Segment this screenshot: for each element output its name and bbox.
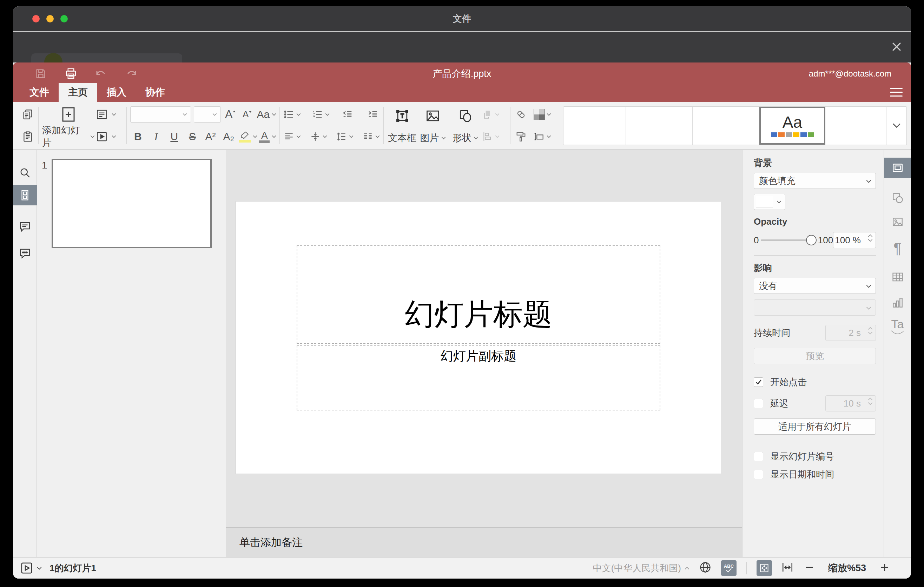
columns-icon[interactable] [362, 127, 380, 146]
paint-roller-icon[interactable] [514, 127, 528, 146]
image-button[interactable]: 图片 [420, 132, 446, 144]
underline-icon[interactable]: U [167, 127, 182, 146]
preview-button[interactable]: 预览 [754, 348, 876, 364]
chat-icon[interactable] [13, 243, 37, 264]
slide-page[interactable]: 幻灯片标题 幻灯片副标题 [236, 201, 721, 473]
paragraph-settings-icon[interactable]: ¶ [884, 238, 911, 258]
image-icon[interactable] [425, 107, 441, 125]
opacity-max: 100 [818, 235, 833, 246]
shape-icon[interactable] [458, 107, 473, 125]
image-settings-icon[interactable] [884, 212, 911, 232]
chart-settings-icon[interactable] [884, 292, 911, 313]
tab-file[interactable]: 文件 [20, 83, 59, 102]
slides-panel-icon[interactable] [13, 185, 37, 205]
notes-input[interactable]: 单击添加备注 [226, 527, 742, 557]
shape-settings-icon[interactable] [884, 188, 911, 208]
fill-color-picker[interactable] [754, 194, 785, 210]
italic-icon[interactable]: I [148, 127, 164, 146]
theme-gallery-expand-icon[interactable] [886, 106, 907, 145]
increase-font-icon[interactable]: A [224, 106, 238, 124]
tab-collaboration[interactable]: 协作 [136, 83, 175, 102]
decrease-font-icon[interactable]: A [241, 106, 254, 124]
slide-thumbnail[interactable] [51, 159, 212, 248]
change-case-icon[interactable]: Aa [257, 106, 276, 124]
eraser-icon[interactable] [514, 106, 528, 124]
arrange-shape-icon[interactable] [482, 106, 500, 124]
menu-icon[interactable] [890, 87, 903, 98]
slideshow-options-icon[interactable] [37, 567, 42, 570]
theme-thumbnail[interactable] [626, 107, 693, 145]
set-language-icon[interactable] [699, 561, 712, 575]
delay-checkbox[interactable] [754, 399, 763, 408]
minimize-window-button[interactable] [46, 15, 54, 23]
fit-to-width-icon[interactable] [781, 561, 794, 575]
line-spacing-icon[interactable] [336, 127, 353, 146]
opacity-value-spinner[interactable]: 100 % [833, 232, 876, 248]
opacity-slider-knob[interactable] [806, 235, 817, 246]
delay-spinner[interactable]: 10 s [825, 395, 876, 411]
add-slide-button[interactable]: 添加幻灯片 [42, 124, 95, 149]
close-window-button[interactable] [32, 15, 40, 23]
show-date-time-checkbox[interactable] [754, 470, 763, 479]
slide-layout-icon[interactable] [95, 106, 109, 124]
highlight-color-icon[interactable] [239, 127, 257, 146]
bold-icon[interactable]: B [130, 127, 146, 146]
theme-thumbnail[interactable] [563, 107, 626, 145]
decrease-indent-icon[interactable] [340, 106, 355, 124]
comments-icon[interactable] [13, 217, 37, 237]
font-name-select[interactable] [130, 106, 191, 122]
theme-thumbnail[interactable] [825, 107, 886, 145]
slide-settings-icon[interactable] [884, 158, 911, 178]
theme-colors-icon[interactable] [534, 106, 551, 124]
strikethrough-icon[interactable]: S [185, 127, 200, 146]
font-color-icon[interactable]: A [259, 127, 276, 146]
spellcheck-icon[interactable]: ABC [721, 560, 736, 576]
add-slide-icon[interactable] [60, 106, 77, 124]
start-slideshow-icon[interactable] [95, 127, 109, 146]
paste-icon[interactable] [21, 127, 35, 146]
increase-indent-icon[interactable] [366, 106, 380, 124]
slide-title-text: 幻灯片标题 [405, 295, 552, 335]
start-slideshow-button[interactable] [20, 561, 33, 575]
duration-label: 持续时间 [754, 327, 790, 339]
language-select[interactable]: 中文(中华人民共和国) [593, 562, 690, 574]
table-settings-icon[interactable] [884, 267, 911, 287]
numbered-list-icon[interactable] [312, 106, 330, 124]
show-slide-number-checkbox[interactable] [754, 452, 763, 461]
opacity-label: Opacity [754, 216, 876, 227]
textbox-icon[interactable] [394, 107, 410, 125]
vertical-align-icon[interactable] [310, 127, 327, 146]
font-size-select[interactable] [194, 106, 221, 122]
theme-thumbnail[interactable] [693, 107, 759, 145]
copy-icon[interactable] [21, 106, 35, 124]
fit-to-slide-icon[interactable] [757, 560, 772, 576]
duration-spinner[interactable]: 2 s [825, 325, 876, 341]
slide-subtitle-placeholder[interactable]: 幻灯片副标题 [297, 345, 660, 411]
horizontal-align-icon[interactable] [283, 127, 301, 146]
slide-title-placeholder[interactable]: 幻灯片标题 [297, 246, 660, 344]
bullet-list-icon[interactable] [283, 106, 301, 124]
zoom-in-icon[interactable] [879, 562, 890, 574]
textbox-button[interactable]: 文本框 [388, 132, 416, 144]
slide-size-icon[interactable] [534, 127, 551, 146]
fill-type-select[interactable]: 颜色填充 [754, 173, 876, 189]
theme-thumbnail-selected[interactable]: Aa [759, 107, 825, 145]
zoom-out-icon[interactable] [804, 562, 815, 574]
tab-insert[interactable]: 插入 [97, 83, 136, 102]
close-icon[interactable] [891, 41, 903, 53]
shape-button[interactable]: 形状 [452, 132, 478, 144]
effect-type-select[interactable] [754, 300, 876, 316]
effect-select[interactable]: 没有 [754, 278, 876, 294]
superscript-icon[interactable]: A² [203, 127, 218, 146]
zoom-level: 缩放%53 [828, 562, 866, 574]
opacity-slider[interactable] [761, 239, 811, 241]
start-on-click-checkbox[interactable] [754, 378, 763, 387]
text-art-settings-icon[interactable]: Ta [884, 316, 911, 337]
tab-home[interactable]: 主页 [59, 83, 97, 102]
search-icon[interactable] [13, 163, 37, 183]
subscript-icon[interactable]: A₂ [221, 127, 236, 146]
start-on-click-label: 开始点击 [770, 376, 807, 388]
align-objects-icon[interactable] [482, 127, 500, 146]
zoom-window-button[interactable] [60, 15, 68, 23]
apply-to-all-slides-button[interactable]: 适用于所有幻灯片 [754, 419, 876, 435]
